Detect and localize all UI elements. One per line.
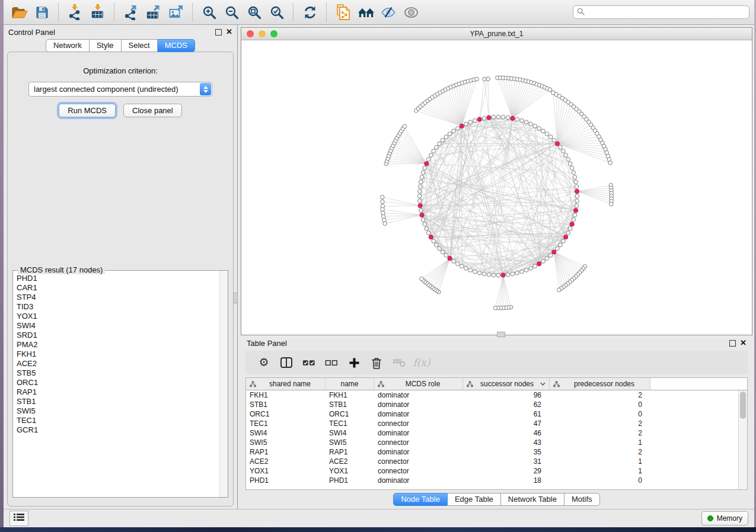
table-toolbar: ⚙f(x) <box>245 351 748 374</box>
settings-icon[interactable]: ⚙ <box>257 354 270 371</box>
zoom-selected-icon[interactable] <box>268 2 286 23</box>
mcds-result-item[interactable]: PMA2 <box>17 340 218 350</box>
toolbar-separator <box>58 4 59 21</box>
table-row[interactable]: FKH1FKH1dominator962 <box>246 390 739 400</box>
zoom-in-icon[interactable] <box>200 2 218 23</box>
tab-mcds[interactable]: MCDS <box>158 39 195 52</box>
table-row[interactable]: SWI4SWI4dominator462 <box>246 428 739 438</box>
column-header-shared-name[interactable]: shared name <box>246 378 326 390</box>
table-row[interactable]: PHD1PHD1dominator180 <box>246 476 739 485</box>
mcds-result-item[interactable]: SWI5 <box>17 406 218 416</box>
mcds-result-item[interactable]: CAR1 <box>17 283 218 293</box>
split-divider-grip-vertical[interactable] <box>233 293 238 303</box>
export-network-icon[interactable] <box>122 2 140 23</box>
mcds-result-item[interactable]: SRD1 <box>17 331 218 340</box>
table-cell: 1 <box>550 457 650 466</box>
columns-icon[interactable] <box>280 354 293 371</box>
mcds-result-item[interactable]: ORC1 <box>17 378 218 387</box>
zoom-fit-icon[interactable] <box>245 2 263 23</box>
mcds-result-item[interactable]: STB1 <box>17 397 218 406</box>
network-file-icon[interactable] <box>334 2 352 23</box>
delete-row-icon[interactable] <box>370 354 383 371</box>
float-table-panel-icon[interactable] <box>729 340 736 347</box>
search-input[interactable] <box>585 8 745 17</box>
tab-style[interactable]: Style <box>90 39 122 52</box>
open-session-icon[interactable] <box>11 2 28 23</box>
function-builder-icon[interactable]: f(x) <box>415 354 428 371</box>
deselect-all-icon[interactable] <box>325 354 338 371</box>
session-home-icon[interactable] <box>357 2 375 23</box>
export-image-icon[interactable] <box>167 2 185 23</box>
search-box[interactable] <box>573 5 749 19</box>
table-tabs: Node TableEdge TableNetwork TableMotifs <box>241 493 752 506</box>
add-row-icon[interactable] <box>347 354 361 371</box>
float-panel-icon[interactable] <box>215 29 222 36</box>
column-header-successor-nodes[interactable]: successor nodes <box>463 378 550 390</box>
tab-motifs[interactable]: Motifs <box>564 493 600 506</box>
table-cell: TEC1 <box>246 419 326 428</box>
hide-panels-icon[interactable] <box>379 2 397 23</box>
column-header-MCDS-role[interactable]: MCDS role <box>374 378 463 390</box>
tab-node-table[interactable]: Node Table <box>393 493 448 506</box>
mcds-result-item[interactable]: FKH1 <box>17 350 218 359</box>
table-cell: 31 <box>463 457 550 466</box>
table-cell: connector <box>374 438 463 447</box>
table-cell: 18 <box>463 476 550 485</box>
select-all-icon[interactable] <box>302 354 315 371</box>
tab-network[interactable]: Network <box>46 39 90 52</box>
refresh-view-icon[interactable] <box>301 2 319 23</box>
table-cell: SWI4 <box>326 429 374 437</box>
mcds-result-item[interactable]: PHD1 <box>17 274 218 283</box>
mcds-result-box: MCDS result (17 nodes) PHD1CAR1STP4TID3Y… <box>12 270 228 498</box>
delete-table-icon[interactable] <box>393 354 406 371</box>
close-panel-icon[interactable]: ✕ <box>226 28 232 36</box>
mcds-result-item[interactable]: TID3 <box>17 302 218 312</box>
tab-edge-table[interactable]: Edge Table <box>448 493 501 506</box>
sort-chevron-icon[interactable] <box>540 382 546 386</box>
network-graph[interactable] <box>241 40 752 335</box>
show-view-icon[interactable] <box>402 2 420 23</box>
mcds-result-item[interactable]: YOX1 <box>17 312 218 321</box>
table-row[interactable]: ORC1ORC1dominator610 <box>246 409 739 419</box>
split-divider-grip-horizontal[interactable] <box>497 332 505 337</box>
export-table-icon[interactable] <box>145 2 162 23</box>
import-network-icon[interactable] <box>66 2 84 23</box>
mcds-result-scrollbar[interactable] <box>219 271 228 497</box>
table-scrollbar-thumb[interactable] <box>740 392 746 419</box>
toolbar-separator <box>293 4 294 21</box>
table-row[interactable]: RAP1RAP1dominator352 <box>246 447 739 457</box>
network-canvas[interactable] <box>241 40 752 335</box>
mcds-result-item[interactable]: STB5 <box>17 368 218 378</box>
save-session-icon[interactable] <box>33 2 51 23</box>
memory-button[interactable]: Memory <box>701 511 748 525</box>
table-row[interactable]: SWI5SWI5connector431 <box>246 438 739 447</box>
table-row[interactable]: STB1STB1dominator620 <box>246 400 739 409</box>
table-row[interactable]: TEC1TEC1connector472 <box>246 419 739 428</box>
column-header-predecessor-nodes[interactable]: predecessor nodes <box>550 378 650 390</box>
table-scrollbar[interactable] <box>738 390 747 489</box>
main-area: Control Panel ✕ NetworkStyleSelectMCDS O… <box>4 25 754 509</box>
task-history-button[interactable] <box>9 511 28 526</box>
zoom-out-icon[interactable] <box>223 2 241 23</box>
tab-select[interactable]: Select <box>122 39 158 52</box>
table-cell: ACE2 <box>326 457 374 466</box>
column-header-name[interactable]: name <box>326 378 374 390</box>
mcds-result-item[interactable]: RAP1 <box>17 387 218 397</box>
tab-network-table[interactable]: Network Table <box>501 493 564 506</box>
mcds-result-item[interactable]: GCR1 <box>17 425 218 435</box>
table-cell: dominator <box>374 391 463 399</box>
mcds-result-item[interactable]: TEC1 <box>17 416 218 425</box>
memory-status-icon <box>707 515 713 521</box>
criterion-dropdown[interactable]: largest connected component (undirected) <box>28 82 212 97</box>
table-cell: dominator <box>374 429 463 437</box>
close-table-panel-icon[interactable]: ✕ <box>740 339 747 347</box>
tree-icon <box>378 381 384 387</box>
close-panel-button[interactable]: Close panel <box>123 104 182 117</box>
mcds-result-item[interactable]: STP4 <box>17 293 218 302</box>
run-mcds-button[interactable]: Run MCDS <box>59 104 116 117</box>
mcds-result-item[interactable]: ACE2 <box>17 359 218 368</box>
table-row[interactable]: ACE2ACE2connector311 <box>246 457 739 466</box>
mcds-result-item[interactable]: SWI4 <box>17 321 218 331</box>
import-table-icon[interactable] <box>89 2 107 23</box>
table-row[interactable]: YOX1YOX1connector291 <box>246 466 739 476</box>
